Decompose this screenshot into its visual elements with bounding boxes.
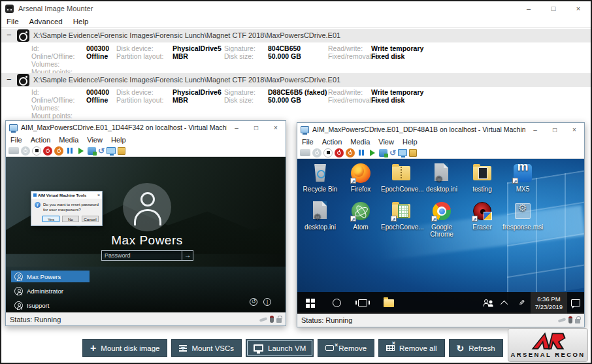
desktop-icon-desktop-ini[interactable]: desktop.ini <box>300 201 340 238</box>
file-explorer-button[interactable] <box>376 292 402 314</box>
vm-menu-help[interactable]: Help <box>111 136 126 144</box>
signature-label: Signature: <box>224 44 255 52</box>
disk-entry-header[interactable]: − X:\Sample Evidence\Forensic Images\For… <box>1 73 591 87</box>
dialog-close-icon[interactable]: × <box>97 193 100 197</box>
start-vm-icon[interactable] <box>312 148 321 157</box>
no-button[interactable]: No <box>62 216 79 222</box>
minimize-button[interactable]: – <box>516 1 541 16</box>
desktop-icon-google-chrome[interactable]: Google Chrome <box>421 201 462 238</box>
save-state-icon[interactable] <box>54 146 63 156</box>
enhanced-session-icon[interactable] <box>398 149 407 156</box>
vm-menu-media[interactable]: Media <box>350 138 370 146</box>
vm-menu-view[interactable]: View <box>87 136 103 144</box>
shut-down-icon[interactable] <box>335 148 344 157</box>
submit-password-button[interactable]: → <box>182 250 193 261</box>
resume-icon[interactable] <box>76 146 86 156</box>
checkpoint-icon[interactable] <box>88 147 96 155</box>
enhanced-session-icon[interactable] <box>107 147 116 154</box>
close-button[interactable]: × <box>266 121 286 134</box>
shut-down-icon[interactable] <box>43 146 52 156</box>
insert-disk-icon[interactable] <box>409 149 417 157</box>
desktop-icon-epochconverter-xls[interactable]: EpochConve... <box>381 201 421 238</box>
desktop-icon-eraser[interactable]: Eraser <box>462 201 502 238</box>
menu-advanced[interactable]: Advanced <box>29 18 63 25</box>
collapse-toggle[interactable]: − <box>7 31 14 40</box>
ctrl-alt-del-icon[interactable] <box>8 147 19 154</box>
ctrl-alt-del-icon[interactable] <box>300 149 310 156</box>
resume-icon[interactable] <box>368 148 377 157</box>
task-view-button[interactable] <box>350 292 376 314</box>
cancel-button[interactable]: Cancel <box>82 216 99 222</box>
pause-icon[interactable] <box>357 148 366 157</box>
collapse-toggle[interactable]: − <box>7 75 14 84</box>
vm-screen-login[interactable]: AIM Virtual Machine Tools × i Do you wan… <box>6 157 286 314</box>
revert-icon[interactable]: ↺ <box>389 148 396 157</box>
ease-of-access-icon[interactable]: ↺ <box>250 298 257 306</box>
vm-menu-action[interactable]: Action <box>322 138 342 146</box>
menu-help[interactable]: Help <box>73 18 89 25</box>
launch-vm-button[interactable]: Launch VM <box>246 339 314 357</box>
people-button[interactable] <box>480 292 497 314</box>
turn-off-icon[interactable] <box>32 146 41 156</box>
minimize-button[interactable]: – <box>227 121 246 134</box>
disk-size-label: Disk size: <box>224 96 254 104</box>
password-input[interactable] <box>101 250 182 261</box>
resize-grip-icon <box>558 318 567 323</box>
desktop-icon-mx5[interactable]: MX5 <box>502 163 543 193</box>
turn-off-icon[interactable] <box>323 148 333 157</box>
power-icon[interactable]: | <box>263 298 271 306</box>
menu-file[interactable]: File <box>7 18 19 25</box>
vm-menu-media[interactable]: Media <box>59 136 78 144</box>
user-tile-isupport[interactable]: Isupport <box>11 299 90 311</box>
login-username: Max Powers <box>69 233 225 248</box>
pause-icon[interactable] <box>65 146 74 156</box>
disk-device-label: Disk device: <box>116 44 154 52</box>
desktop-icon-fresponse-msi[interactable]: fresponse.msi <box>502 201 543 238</box>
start-vm-icon[interactable] <box>21 146 30 156</box>
desktop-icon-testing[interactable]: testing <box>462 163 502 193</box>
shortcut-badge-icon <box>431 216 437 222</box>
start-button[interactable] <box>297 292 323 314</box>
vm-menu-file[interactable]: File <box>302 138 314 146</box>
user-tile-administrator[interactable]: Administrator <box>11 285 90 297</box>
id-label: Id: <box>31 88 39 96</box>
save-state-icon[interactable] <box>346 148 355 157</box>
close-button[interactable]: × <box>565 123 584 136</box>
user-tile-max-powers[interactable]: Max Powers <box>11 271 90 282</box>
action-center-button[interactable] <box>567 292 584 314</box>
minimize-button[interactable]: – <box>525 123 545 136</box>
vm-menu-file[interactable]: File <box>10 136 22 144</box>
firefox-icon <box>350 163 371 184</box>
yes-button[interactable]: Yes <box>42 216 59 222</box>
close-button[interactable]: × <box>566 1 591 16</box>
desktop-icon-desktop-ini[interactable]: desktop.ini <box>421 163 462 193</box>
vm-menu-help[interactable]: Help <box>403 138 418 146</box>
mount-disk-image-button[interactable]: + Mount disk image <box>82 339 167 357</box>
maximize-button[interactable]: □ <box>246 121 266 134</box>
vm-menu-action[interactable]: Action <box>31 136 51 144</box>
remove-all-button[interactable]: Remove all <box>378 339 445 357</box>
insert-disk-icon[interactable] <box>118 147 125 155</box>
maximize-button[interactable]: □ <box>545 123 565 136</box>
checkpoint-icon[interactable] <box>379 149 387 157</box>
revert-icon[interactable]: ↺ <box>98 146 105 156</box>
remove-button[interactable]: Remove <box>318 339 374 357</box>
pen-settings-button[interactable]: ✎ <box>514 292 531 314</box>
maximize-button[interactable]: □ <box>541 1 566 16</box>
vm-screen-desktop[interactable]: Recycle Bin Firefox EpochConve... deskto… <box>297 159 584 314</box>
shortcut-badge-icon <box>350 216 356 222</box>
desktop-icon-epochconverter-zip[interactable]: EpochConve... <box>381 163 421 193</box>
shortcut-badge-icon <box>350 178 356 184</box>
taskbar-clock[interactable]: 6:36 PM 7/23/2019 <box>531 292 567 314</box>
tray-overflow-button[interactable] <box>497 292 514 314</box>
disk-entry-header[interactable]: − X:\Sample Evidence\Forensic Images\For… <box>1 29 591 42</box>
desktop-icon-atom[interactable]: Atom <box>340 201 381 238</box>
vm-menu-view[interactable]: View <box>378 138 394 146</box>
mount-vscs-button[interactable]: Mount VSCs <box>171 339 242 357</box>
chrome-icon <box>431 201 452 222</box>
desktop-icon-recycle-bin[interactable]: Recycle Bin <box>300 163 340 193</box>
usb-device-icon <box>270 316 274 323</box>
refresh-button[interactable]: ↻ Refresh <box>449 339 503 357</box>
desktop-icon-firefox[interactable]: Firefox <box>340 163 381 193</box>
cortana-button[interactable] <box>323 292 350 314</box>
